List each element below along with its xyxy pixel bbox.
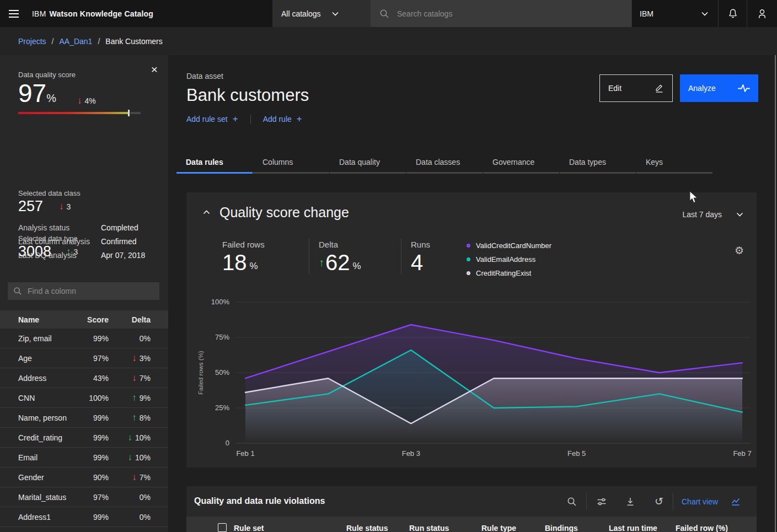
tab-data-rules[interactable]: Data rules	[176, 153, 253, 174]
catalog-search-input[interactable]	[397, 9, 623, 18]
tab-governance[interactable]: Governance	[483, 153, 559, 174]
download-icon	[625, 497, 635, 507]
table-row[interactable]: Gender90%↓7%	[0, 467, 168, 487]
download-button[interactable]	[619, 486, 641, 517]
violations-column-header: Last run time	[609, 524, 657, 532]
delta-value: 10%	[135, 433, 151, 442]
refresh-button[interactable]: ↺	[648, 486, 670, 517]
delta-value: 7%	[140, 374, 151, 383]
table-row[interactable]: Name, person99%↑8%	[0, 408, 168, 428]
divider	[250, 115, 251, 124]
edit-button[interactable]: Edit	[599, 74, 673, 102]
analyze-button[interactable]: Analyze	[680, 74, 758, 102]
chevron-down-icon	[332, 12, 339, 16]
notifications-button[interactable]	[718, 0, 747, 27]
violations-column-header: Rule status	[346, 524, 388, 532]
score-value: 97%	[18, 80, 56, 106]
page-title: Bank customers	[186, 85, 309, 105]
arrow-down-icon: ↓	[127, 453, 132, 462]
arrow-down-icon: ↓	[132, 373, 137, 383]
legend-label: ValidCreditCardNumber	[476, 241, 551, 250]
stat-delta: Delta ↑62%	[319, 240, 361, 273]
close-icon[interactable]: ×	[148, 63, 160, 75]
select-all-checkbox[interactable]	[218, 523, 227, 532]
filter-settings-button[interactable]	[591, 486, 613, 517]
brand-prefix: IBM	[32, 9, 46, 18]
svg-text:Feb 7: Feb 7	[733, 449, 751, 458]
table-row[interactable]: CNN100%↑9%	[0, 388, 168, 408]
table-row[interactable]: Age97%↓3%	[0, 348, 168, 368]
tab-data-quality[interactable]: Data quality	[330, 153, 406, 174]
catalog-selector-dropdown[interactable]: All catalogs	[272, 0, 371, 27]
data-class-label: Selected data class	[18, 189, 81, 197]
tab-columns[interactable]: Columns	[253, 153, 329, 174]
divider	[586, 493, 587, 510]
breadcrumb-project-link[interactable]: AA_Dan1	[59, 37, 92, 46]
tab-data-classes[interactable]: Data classes	[406, 153, 483, 174]
asset-kicker: Data asset	[186, 72, 223, 80]
table-row[interactable]: Address199%0%	[0, 507, 168, 527]
column-name: Age	[18, 354, 73, 363]
stat-runs: Runs 4	[411, 240, 430, 273]
breadcrumb-projects-link[interactable]: Projects	[18, 37, 46, 46]
legend-label: ValidEmailAddress	[476, 255, 535, 264]
plus-icon: +	[297, 114, 302, 125]
hamburger-menu-icon[interactable]	[0, 0, 28, 27]
collapse-chevron-up-icon[interactable]	[203, 210, 210, 214]
divider	[673, 493, 673, 510]
header-name: Name	[18, 315, 73, 324]
svg-text:Feb 1: Feb 1	[236, 449, 254, 458]
tab-keys[interactable]: Keys	[636, 153, 712, 174]
top-header-bar: IBM Watson Knowledge Catalog All catalog…	[0, 0, 777, 27]
find-column-input[interactable]	[28, 287, 154, 295]
arrow-up-icon: ↑	[132, 393, 137, 402]
breadcrumb-separator: /	[98, 37, 100, 46]
user-profile-button[interactable]	[747, 0, 777, 27]
table-row[interactable]: Marital_status97%0%	[0, 487, 168, 507]
svg-text:75%: 75%	[215, 333, 229, 341]
column-delta: ↓10%	[109, 453, 151, 462]
violations-card: Quality and data rule violations ↺ Chart…	[186, 486, 757, 532]
arrow-down-icon: ↓	[132, 353, 137, 363]
column-score: 97%	[73, 493, 109, 502]
delta-value: 0%	[140, 513, 151, 522]
tab-data-types[interactable]: Data types	[560, 153, 636, 174]
main-content: Data asset Bank customers Add rule set+ …	[168, 55, 777, 532]
breadcrumb-separator: /	[52, 37, 54, 46]
vertical-scrollbar[interactable]	[775, 55, 776, 532]
chart-legend: ValidCreditCardNumberValidEmailAddressCr…	[467, 239, 551, 280]
header-delta: Delta	[109, 315, 151, 324]
chart-title: Quality score change	[219, 205, 349, 221]
date-range-dropdown[interactable]: Last 7 days	[682, 210, 743, 219]
add-rule-set-link[interactable]: Add rule set+	[186, 114, 238, 125]
delta-value: 0%	[140, 334, 151, 343]
table-row[interactable]: Zip, email99%0%	[0, 329, 168, 348]
violations-title: Quality and data rule violations	[194, 496, 325, 506]
score-gradient-bar	[18, 112, 141, 114]
arrow-up-icon: ↑	[132, 413, 137, 422]
svg-text:25%: 25%	[215, 404, 229, 412]
column-search	[8, 282, 159, 300]
bell-icon	[727, 8, 738, 19]
score-marker	[128, 110, 130, 116]
svg-text:Failed rows (%): Failed rows (%)	[197, 351, 204, 395]
table-search-button[interactable]	[561, 486, 583, 517]
table-row[interactable]: Address43%↓7%	[0, 368, 168, 388]
add-rule-link[interactable]: Add rule+	[263, 114, 302, 125]
chart-view-toggle[interactable]: Chart view	[682, 486, 741, 517]
account-dropdown[interactable]: IBM	[631, 0, 718, 27]
table-row[interactable]: Email99%↓10%	[0, 448, 168, 467]
svg-text:50%: 50%	[215, 368, 229, 377]
analysis-meta: Analysis statusCompletedLast column anal…	[18, 221, 159, 262]
chevron-down-icon	[736, 212, 743, 217]
tab-bar: Data rulesColumnsData qualityData classe…	[176, 153, 713, 174]
quality-score-card: Quality score change Last 7 days Failed …	[186, 192, 757, 467]
meta-row: Last column analysisConfirmed	[18, 234, 159, 248]
gear-icon[interactable]: ⚙	[735, 245, 744, 256]
column-score: 99%	[73, 453, 109, 462]
meta-value: Completed	[101, 223, 138, 232]
column-score: 99%	[73, 334, 109, 343]
violations-column-header: Failed row (%)	[676, 524, 728, 532]
table-row[interactable]: Credit_rating99%↓10%	[0, 428, 168, 448]
violations-column-header: Rule set	[234, 524, 264, 532]
